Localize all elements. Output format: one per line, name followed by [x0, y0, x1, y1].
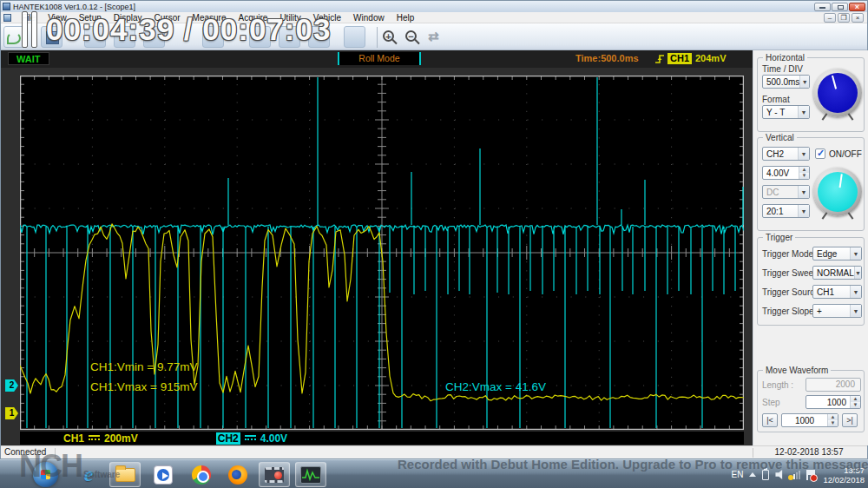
status-datetime: 12-02-2018 13:57 [754, 447, 864, 457]
timebase-readout: Time:500.0ms [575, 53, 639, 63]
control-panel: Horizontal Time / DIV 500.0ms▼ Format Y … [753, 50, 868, 445]
horizontal-knob[interactable] [813, 69, 862, 117]
recording-timer: 00:04:39 / 00:07:03 [46, 12, 331, 47]
trigger-source-select[interactable]: CH1▼ [812, 285, 862, 299]
checkbox-checked-icon[interactable] [815, 148, 825, 159]
dc-coupling-icon [89, 435, 100, 442]
volts-div-spinner[interactable]: 4.00V▲▼ [762, 166, 810, 180]
oscilloscope-app-icon [300, 466, 321, 484]
taskbar-chrome[interactable] [186, 462, 217, 487]
chevron-down-icon: ▼ [798, 106, 809, 118]
scope-display: 2 1 CH1:Vmin = 9.77mV CH1:Vmax = 915mV C… [1, 68, 753, 445]
vertical-knob[interactable] [813, 168, 862, 216]
trigger-source-label: Trigger Source [762, 287, 819, 297]
step-label: Step [762, 398, 780, 407]
waveform-plot[interactable] [20, 76, 744, 430]
chrome-icon [192, 465, 211, 485]
minimize-button[interactable] [814, 3, 831, 11]
ch2-vmax-readout: CH2:Vmax = 41.6V [445, 380, 546, 393]
ch1-ground-marker[interactable]: 1 [5, 407, 18, 419]
step-spinner[interactable]: 1000▲▼ [806, 395, 861, 409]
zoom-in-icon[interactable]: + [383, 30, 394, 42]
debut-watermark: Recorded with Debut Home Edition. Upgrad… [398, 457, 868, 472]
mdi-restore-button[interactable]: ❐ [838, 13, 850, 23]
acquisition-state: WAIT [8, 52, 49, 65]
menu-help[interactable]: Help [391, 12, 421, 23]
chevron-down-icon: ▼ [850, 305, 861, 317]
trigger-source-badge: CH1 [667, 53, 692, 64]
ch1-vmin-readout: CH1:Vmin = 9.77mV [90, 360, 197, 373]
screen: HANTEK1008 Ver1.0.12 - [Scope1] × File V… [0, 0, 868, 488]
chevron-down-icon: ▼ [854, 267, 861, 279]
nch-watermark: NCHSoftware [19, 448, 120, 485]
mdi-close-button[interactable]: × [852, 13, 864, 23]
show-hidden-icons[interactable] [749, 472, 756, 477]
chevron-down-icon: ▼ [850, 286, 861, 298]
scope-document-icon[interactable] [3, 14, 11, 22]
move-to-start-button[interactable]: |< [762, 413, 778, 427]
time-div-label: Time / DIV [762, 64, 803, 74]
taskbar-media-player[interactable] [148, 462, 179, 487]
trigger-slope-select[interactable]: +▼ [812, 304, 862, 318]
trigger-slope-label: Trigger Slope [762, 307, 814, 316]
vertical-group: Vertical CH2▼ ON/OFF 4.00V▲▼ DC▼ 20:1▼ [757, 137, 865, 231]
video-recorder-icon [265, 467, 284, 483]
channel-label-bar: CH1 200mV CH2 4.00V [20, 432, 744, 445]
probe-ratio-select[interactable]: 20:1▼ [762, 204, 810, 218]
dc-coupling-icon [245, 435, 256, 442]
trigger-level-readout: 204mV [695, 53, 726, 63]
coupling-select: DC▼ [762, 185, 810, 199]
taskbar-firefox[interactable] [222, 462, 253, 487]
refresh-icon: ⇄ [428, 29, 439, 44]
length-field: 2000 [806, 378, 861, 392]
firefox-icon [228, 465, 247, 485]
trigger-edge-icon [654, 53, 666, 69]
channel-onoff[interactable]: ON/OFF [815, 148, 862, 159]
horizontal-group: Horizontal Time / DIV 500.0ms▼ Format Y … [757, 57, 865, 132]
trigger-group: Trigger Trigger Mode Edge▼ Trigger Sweep… [757, 237, 865, 326]
recording-overlay: 00:04:39 / 00:07:03 [22, 9, 331, 50]
trigger-mode-label: Trigger Mode [762, 249, 813, 259]
ch1-vmax-readout: CH1:Vmax = 915mV [90, 380, 197, 393]
format-select[interactable]: Y - T▼ [762, 105, 810, 119]
toolbar-icon[interactable] [344, 26, 365, 48]
taskbar-hantek-scope[interactable] [295, 462, 326, 487]
format-label: Format [762, 95, 790, 104]
chevron-down-icon: ▼ [850, 247, 861, 260]
chevron-down-icon: ▼ [798, 205, 809, 217]
trigger-sweep-select[interactable]: NORMAL▼ [812, 266, 862, 280]
time-div-select[interactable]: 500.0ms▼ [762, 75, 810, 89]
roll-mode-indicator: Roll Mode [338, 52, 421, 65]
chevron-down-icon: ▼ [798, 186, 809, 198]
media-player-icon [154, 465, 173, 485]
menu-window[interactable]: Window [347, 12, 391, 23]
ch2-scale-label[interactable]: CH2 4.00V [216, 432, 287, 445]
trigger-sweep-label: Trigger Sweep [762, 268, 819, 278]
ch1-scale-label[interactable]: CH1 200mV [63, 432, 138, 445]
chevron-down-icon: ▼ [799, 76, 809, 88]
move-to-end-button[interactable]: >| [842, 413, 858, 427]
scope-status-strip: WAIT Roll Mode Time:500.0ms CH1 204mV [1, 50, 753, 68]
close-button[interactable]: × [849, 3, 865, 11]
mdi-minimize-button[interactable]: – [824, 13, 836, 23]
ch2-ground-marker[interactable]: 2 [5, 379, 18, 392]
length-label: Length : [762, 380, 793, 390]
position-spinner[interactable]: 1000▲▼ [781, 413, 838, 427]
pause-icon[interactable] [22, 11, 37, 48]
vertical-channel-select[interactable]: CH2▼ [762, 147, 810, 161]
hantek-app-window: HANTEK1008 Ver1.0.12 - [Scope1] × File V… [0, 0, 868, 459]
taskbar-debut-recorder[interactable] [259, 462, 290, 487]
maximize-button[interactable] [832, 3, 848, 11]
app-icon [3, 3, 10, 10]
zoom-out-icon[interactable]: − [405, 30, 417, 42]
move-waveform-group: Move Waveform Length : 2000 Step 1000▲▼ … [757, 370, 865, 432]
chevron-down-icon: ▼ [798, 148, 809, 160]
trigger-mode-select[interactable]: Edge▼ [812, 247, 862, 260]
network-icon[interactable] [791, 471, 800, 479]
